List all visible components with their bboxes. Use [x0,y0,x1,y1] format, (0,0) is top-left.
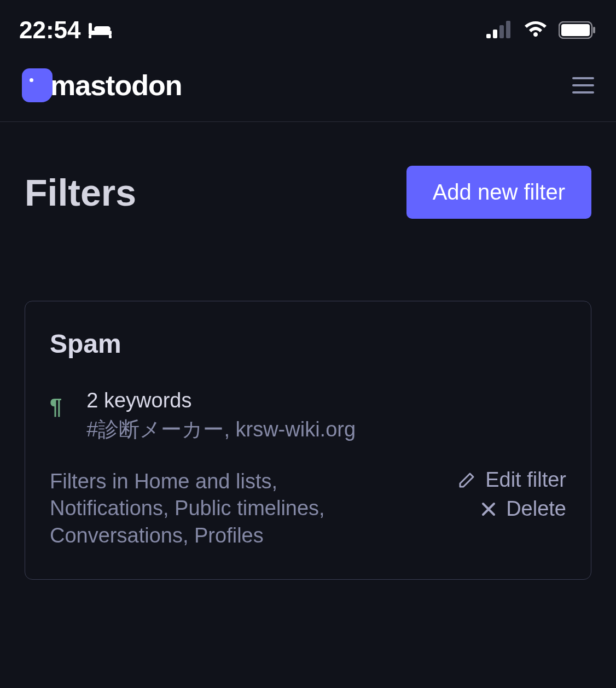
logo[interactable]: mastodon [22,68,182,102]
delete-filter-link[interactable]: Delete [481,497,566,521]
edit-filter-label: Edit filter [485,468,566,492]
status-bar: 22:54 [0,0,616,55]
hamburger-menu-icon[interactable] [572,77,594,94]
pencil-icon [458,471,475,489]
filter-contexts: Filters in Home and lists, Notifications… [50,468,334,549]
wifi-icon [524,21,548,39]
battery-icon [559,21,597,39]
svg-rect-1 [89,23,92,33]
svg-rect-11 [593,27,595,33]
app-name: mastodon [50,69,182,102]
status-time: 22:54 [19,16,81,44]
page-title: Filters [25,171,136,214]
keywords-list: #診断メーカー, krsw-wiki.org [86,416,356,444]
pilcrow-icon: ¶ [50,394,62,419]
keywords-text: 2 keywords #診断メーカー, krsw-wiki.org [86,389,356,444]
page-heading-row: Filters Add new filter [0,122,616,219]
svg-rect-10 [561,24,590,36]
filter-bottom: Filters in Home and lists, Notifications… [50,468,566,549]
mastodon-logo-icon [22,68,53,102]
edit-filter-link[interactable]: Edit filter [458,468,566,492]
svg-rect-8 [506,21,510,38]
status-right [486,21,597,39]
delete-filter-label: Delete [506,497,566,521]
filter-actions: Edit filter Delete [458,468,566,521]
bed-icon [88,21,113,39]
svg-rect-12 [572,77,594,79]
svg-rect-2 [94,26,111,32]
filter-name: Spam [50,329,566,359]
svg-rect-7 [499,25,504,38]
close-icon [481,502,496,517]
add-new-filter-button[interactable]: Add new filter [406,166,591,219]
svg-rect-14 [572,91,594,94]
status-left: 22:54 [19,16,113,44]
cellular-signal-icon [486,21,513,39]
svg-rect-5 [486,34,491,38]
svg-rect-4 [109,35,112,38]
svg-rect-3 [89,35,91,38]
keywords-row: ¶ 2 keywords #診断メーカー, krsw-wiki.org [50,389,566,444]
svg-rect-13 [572,84,594,86]
keywords-count: 2 keywords [86,389,356,412]
app-header: mastodon [0,55,616,122]
filter-card: Spam ¶ 2 keywords #診断メーカー, krsw-wiki.org… [25,301,591,580]
svg-rect-6 [493,30,497,38]
